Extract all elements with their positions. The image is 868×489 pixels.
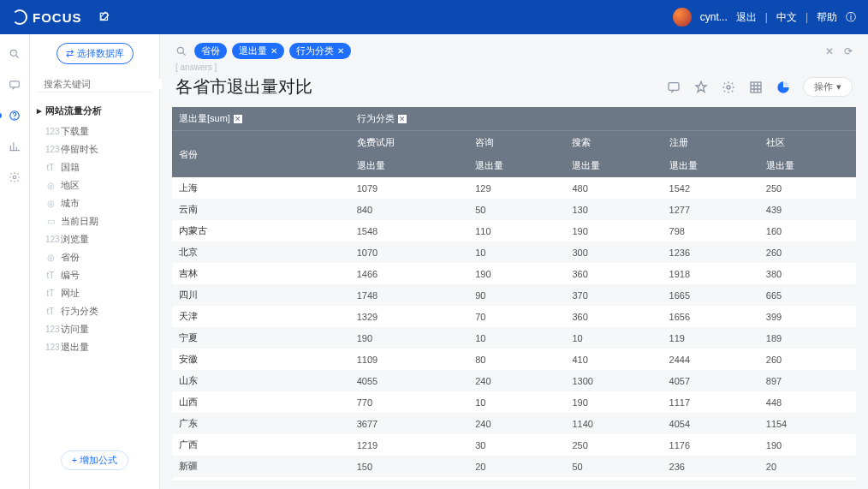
query-pill[interactable]: 退出量✕ bbox=[232, 43, 284, 59]
close-icon[interactable]: ✕ bbox=[234, 115, 242, 123]
field-item[interactable]: tT行为分类 bbox=[37, 302, 152, 320]
table-row[interactable]: 云南840501301277439 bbox=[172, 199, 856, 220]
table-row[interactable]: 四川1748903701665665 bbox=[172, 284, 856, 306]
pill-close-icon[interactable]: ✕ bbox=[271, 46, 277, 56]
cell-province: 山西 bbox=[172, 391, 350, 413]
cell-value: 260 bbox=[759, 242, 856, 263]
cell-province: 山东 bbox=[172, 370, 350, 391]
cell-value: 50 bbox=[468, 199, 565, 220]
sidebar-search-input[interactable] bbox=[44, 79, 162, 89]
table-row[interactable]: 北京1070103001236260 bbox=[172, 242, 856, 263]
th-measure[interactable]: 退出量[sum]✕ bbox=[172, 107, 350, 131]
search-icon bbox=[175, 45, 187, 57]
tree-group[interactable]: ▸网站流量分析 bbox=[37, 104, 152, 117]
rail-chart-icon[interactable] bbox=[7, 139, 22, 154]
table-row[interactable]: 江苏2998906802391599 bbox=[172, 477, 856, 480]
field-item[interactable]: 123退出量 bbox=[37, 338, 152, 356]
logo: FOCUS bbox=[12, 9, 82, 25]
field-item[interactable]: ▭当前日期 bbox=[37, 212, 152, 230]
rail-search-icon[interactable] bbox=[7, 46, 22, 62]
cell-value: 110 bbox=[468, 220, 565, 242]
table-row[interactable]: 山东405524013004057897 bbox=[172, 370, 856, 391]
cell-value: 840 bbox=[350, 199, 469, 220]
cell-value: 448 bbox=[759, 391, 856, 413]
table-row[interactable]: 安徽1109804102444260 bbox=[172, 349, 856, 370]
th-category[interactable]: 社区 bbox=[759, 131, 856, 155]
close-icon[interactable]: ✕ bbox=[398, 115, 407, 123]
th-category[interactable]: 咨询 bbox=[468, 131, 565, 155]
field-item[interactable]: tT编号 bbox=[37, 266, 152, 284]
svg-rect-2 bbox=[10, 81, 20, 87]
th-category[interactable]: 免费试用 bbox=[350, 131, 469, 155]
th-dim2[interactable]: 行为分类✕ bbox=[350, 107, 856, 131]
field-item[interactable]: 123访问量 bbox=[37, 320, 152, 338]
lang-link[interactable]: 中文 bbox=[776, 10, 797, 25]
field-item[interactable]: 123停留时长 bbox=[37, 140, 152, 158]
refresh-icon[interactable]: ⟳ bbox=[844, 45, 853, 57]
rail-question-icon[interactable] bbox=[7, 108, 22, 123]
cell-value: 2444 bbox=[663, 349, 759, 370]
query-pill[interactable]: 行为分类✕ bbox=[289, 43, 351, 59]
field-label: 城市 bbox=[61, 197, 80, 210]
pin-icon[interactable] bbox=[693, 80, 709, 95]
rail-settings-icon[interactable] bbox=[7, 170, 22, 185]
th-dim1[interactable]: 省份 bbox=[172, 131, 350, 178]
table-row[interactable]: 广东3677240114040541154 bbox=[172, 413, 856, 434]
edit-icon[interactable] bbox=[98, 10, 111, 24]
data-table-wrap[interactable]: 退出量[sum]✕ 行为分类✕ 省份免费试用咨询搜索注册社区 退出量退出量退出量… bbox=[172, 107, 856, 480]
table-row[interactable]: 天津1329703601656399 bbox=[172, 306, 856, 327]
table-row[interactable]: 内蒙古1548110190798160 bbox=[172, 220, 856, 242]
field-type-icon: ▭ bbox=[45, 217, 56, 226]
cell-value: 360 bbox=[565, 306, 662, 327]
cell-value: 190 bbox=[468, 263, 565, 284]
table-row[interactable]: 广西1219302501176190 bbox=[172, 434, 856, 456]
comment-icon[interactable] bbox=[666, 80, 681, 95]
field-item[interactable]: ◎省份 bbox=[37, 248, 152, 266]
field-type-icon: tT bbox=[45, 307, 56, 316]
select-source-button[interactable]: ⇄选择数据库 bbox=[56, 43, 134, 64]
clear-icon[interactable]: ✕ bbox=[825, 45, 834, 57]
table-row[interactable]: 吉林14661903601918380 bbox=[172, 263, 856, 284]
sidebar-search[interactable] bbox=[37, 76, 152, 92]
operation-button[interactable]: 操作▾ bbox=[803, 77, 853, 97]
th-category[interactable]: 搜索 bbox=[565, 131, 662, 155]
avatar[interactable] bbox=[673, 8, 692, 27]
field-item[interactable]: tT网址 bbox=[37, 284, 152, 302]
cell-value: 1117 bbox=[663, 391, 759, 413]
help-icon[interactable]: ⓘ bbox=[846, 10, 856, 25]
table-row[interactable]: 山西770101901117448 bbox=[172, 391, 856, 413]
cell-value: 380 bbox=[759, 263, 856, 284]
field-item[interactable]: ◎地区 bbox=[37, 176, 152, 194]
cell-value: 80 bbox=[468, 349, 565, 370]
logo-mark-icon bbox=[12, 9, 27, 25]
cell-value: 410 bbox=[565, 349, 662, 370]
field-item[interactable]: 123下载量 bbox=[37, 122, 152, 140]
th-submeasure: 退出量 bbox=[565, 154, 662, 177]
gear-icon[interactable] bbox=[721, 80, 736, 95]
add-formula-button[interactable]: + 增加公式 bbox=[61, 450, 128, 470]
table-row[interactable]: 上海10791294801542250 bbox=[172, 177, 856, 199]
rail-chat-icon[interactable] bbox=[7, 77, 22, 92]
field-item[interactable]: ◎城市 bbox=[37, 194, 152, 212]
grid-icon[interactable] bbox=[748, 80, 764, 95]
table-row[interactable]: 新疆150205023620 bbox=[172, 456, 856, 477]
table-row[interactable]: 宁夏1901010119189 bbox=[172, 327, 856, 349]
cell-value: 1176 bbox=[663, 434, 759, 456]
svg-point-4 bbox=[15, 118, 15, 119]
field-type-icon: ◎ bbox=[45, 181, 56, 190]
cell-value: 129 bbox=[468, 177, 565, 199]
username[interactable]: cynt... bbox=[700, 11, 728, 23]
cell-value: 1277 bbox=[663, 199, 759, 220]
topbar: FOCUS cynt... 退出 | 中文 | 帮助 ⓘ bbox=[0, 0, 868, 34]
cell-value: 1236 bbox=[663, 242, 759, 263]
field-item[interactable]: tT国籍 bbox=[37, 158, 152, 176]
logout-link[interactable]: 退出 bbox=[736, 10, 757, 25]
cell-value: 360 bbox=[565, 263, 662, 284]
query-pill[interactable]: 省份 bbox=[194, 43, 227, 59]
field-item[interactable]: 123浏览量 bbox=[37, 230, 152, 248]
pill-close-icon[interactable]: ✕ bbox=[337, 46, 344, 56]
help-link[interactable]: 帮助 bbox=[817, 10, 837, 25]
piechart-icon[interactable] bbox=[776, 80, 791, 95]
cell-value: 119 bbox=[663, 327, 759, 349]
th-category[interactable]: 注册 bbox=[663, 131, 759, 155]
